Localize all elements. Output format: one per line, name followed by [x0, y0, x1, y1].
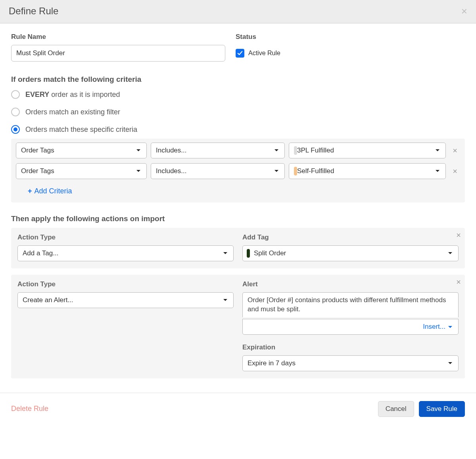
- alert-col: Alert Insert... Expiration Expire in 7 d…: [242, 280, 459, 371]
- chevron-down-icon: [435, 149, 440, 152]
- active-rule-checkbox-wrap[interactable]: Active Rule: [236, 45, 465, 62]
- close-icon[interactable]: ×: [461, 6, 467, 16]
- chevron-down-icon: [448, 323, 453, 331]
- criteria-panel: Order Tags Includes... 3PL Fulfilled × O…: [11, 139, 465, 202]
- criteria-value-select[interactable]: Self-Fulfilled: [289, 163, 446, 179]
- chevron-down-icon: [223, 299, 228, 302]
- chevron-down-icon: [274, 170, 279, 173]
- add-tag-select[interactable]: Split Order: [242, 245, 459, 261]
- remove-action-icon[interactable]: ×: [456, 231, 461, 239]
- radio-filter-label: Orders match an existing filter: [25, 108, 120, 116]
- radio-every-order[interactable]: EVERY order as it is imported: [11, 90, 465, 99]
- chevron-down-icon: [136, 149, 141, 152]
- footer-buttons: Cancel Save Rule: [378, 401, 465, 417]
- radio-icon-selected: [11, 125, 20, 134]
- remove-criteria-icon[interactable]: ×: [450, 147, 460, 154]
- remove-action-icon[interactable]: ×: [456, 278, 461, 286]
- criteria-heading: If orders match the following criteria: [11, 75, 465, 84]
- action-type-label: Action Type: [17, 280, 234, 288]
- insert-menu-button[interactable]: Insert...: [242, 319, 459, 335]
- criteria-value-select[interactable]: 3PL Fulfilled: [289, 143, 446, 158]
- chevron-down-icon: [448, 362, 453, 365]
- expiration-select[interactable]: Expire in 7 days: [242, 355, 459, 371]
- radio-specific-label: Orders match these specific criteria: [25, 125, 137, 134]
- active-rule-label: Active Rule: [248, 50, 280, 57]
- radio-existing-filter[interactable]: Orders match an existing filter: [11, 108, 465, 116]
- name-status-row: Rule Name Status Active Rule: [11, 33, 465, 62]
- criteria-field-select[interactable]: Order Tags: [16, 143, 147, 158]
- cancel-button[interactable]: Cancel: [378, 401, 414, 417]
- rule-name-label: Rule Name: [11, 33, 225, 41]
- chevron-down-icon: [448, 252, 453, 255]
- action-block-add-tag: × Action Type Add a Tag... Add Tag Split…: [11, 228, 465, 268]
- chevron-down-icon: [435, 170, 440, 173]
- alert-label: Alert: [242, 280, 459, 288]
- action-type-label: Action Type: [17, 233, 234, 241]
- criteria-field-select[interactable]: Order Tags: [16, 163, 147, 179]
- tag-color-chip: [247, 249, 250, 258]
- save-rule-button[interactable]: Save Rule: [419, 401, 465, 417]
- plus-icon: +: [28, 187, 32, 195]
- delete-rule-link[interactable]: Delete Rule: [11, 405, 48, 413]
- add-tag-label: Add Tag: [242, 233, 459, 241]
- define-rule-modal: Define Rule × Rule Name Status Active Ru…: [0, 0, 476, 426]
- expiration-label: Expiration: [242, 343, 459, 351]
- add-criteria-button[interactable]: + Add Criteria: [16, 184, 74, 197]
- radio-every-label: EVERY order as it is imported: [25, 91, 120, 99]
- action-type-col: Action Type Create an Alert...: [17, 280, 234, 371]
- action-type-col: Action Type Add a Tag...: [17, 233, 234, 261]
- modal-footer: Delete Rule Cancel Save Rule: [0, 393, 476, 426]
- expiration-wrap: Expiration Expire in 7 days: [242, 343, 459, 371]
- radio-icon: [11, 108, 20, 116]
- status-field-wrap: Status Active Rule: [236, 33, 465, 62]
- actions-heading: Then apply the following actions on impo…: [11, 214, 465, 223]
- tag-color-chip: [294, 146, 297, 155]
- radio-specific-criteria[interactable]: Orders match these specific criteria: [11, 125, 465, 134]
- radio-icon: [11, 90, 20, 99]
- status-label: Status: [236, 33, 465, 41]
- criteria-row: Order Tags Includes... 3PL Fulfilled ×: [16, 143, 460, 158]
- criteria-operator-select[interactable]: Includes...: [151, 163, 285, 179]
- action-block-create-alert: × Action Type Create an Alert... Alert I…: [11, 275, 465, 378]
- chevron-down-icon: [136, 170, 141, 173]
- rule-name-field-wrap: Rule Name: [11, 33, 225, 62]
- modal-header: Define Rule ×: [0, 0, 476, 23]
- checkbox-checked-icon: [236, 49, 244, 58]
- modal-title: Define Rule: [9, 6, 58, 17]
- action-type-select[interactable]: Add a Tag...: [17, 245, 234, 261]
- criteria-row: Order Tags Includes... Self-Fulfilled ×: [16, 163, 460, 179]
- chevron-down-icon: [274, 149, 279, 152]
- tag-color-chip: [294, 167, 297, 176]
- criteria-operator-select[interactable]: Includes...: [151, 143, 285, 158]
- modal-body: Rule Name Status Active Rule If orders m…: [0, 23, 476, 393]
- add-tag-col: Add Tag Split Order: [242, 233, 459, 261]
- alert-textarea[interactable]: [242, 292, 459, 317]
- rule-name-input[interactable]: [11, 45, 225, 62]
- action-type-select[interactable]: Create an Alert...: [17, 292, 234, 308]
- chevron-down-icon: [223, 252, 228, 255]
- remove-criteria-icon[interactable]: ×: [450, 167, 460, 175]
